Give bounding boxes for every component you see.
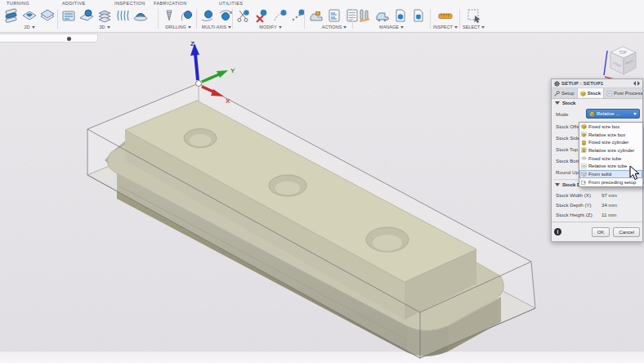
relative-size-cylinder-icon <box>581 147 587 153</box>
rotary-icon[interactable] <box>217 7 234 24</box>
stock-height-value: 11 mm <box>602 210 616 220</box>
2d-pocket-icon[interactable] <box>21 7 38 24</box>
drill-icon[interactable] <box>161 7 177 24</box>
dropdown-caret-icon <box>32 26 35 29</box>
viewcube-top-label: TOP <box>619 51 626 55</box>
post-process-tab-icon <box>606 91 612 96</box>
stock-width-row: Stock Width (X) 97 mm <box>552 190 642 200</box>
mode-row: Mode Relative ... <box>552 108 642 120</box>
tool-library-icon[interactable] <box>356 7 373 24</box>
group-drilling: DRILLING <box>161 7 195 29</box>
group-label-select[interactable]: SELECT <box>463 25 485 29</box>
trim-toolpath-icon[interactable] <box>235 7 252 24</box>
2d-adaptive-clearing-icon[interactable] <box>3 7 20 24</box>
setup-dialog-header: SETUP : SETUP1 <box>552 79 642 88</box>
menu-item-fixed-size-box[interactable]: Fixed size box <box>579 123 642 131</box>
setup-tab-icon <box>554 91 560 96</box>
dropdown-caret-icon <box>188 26 191 29</box>
face-icon[interactable] <box>39 7 56 24</box>
measure-icon[interactable] <box>437 7 454 24</box>
group-3d: 3D <box>60 7 149 29</box>
cancel-button[interactable]: Cancel <box>613 227 640 237</box>
panel-expand-icon[interactable] <box>633 81 640 86</box>
mouse-cursor <box>629 165 642 182</box>
dropdown-caret-icon <box>400 26 404 29</box>
section-collapse-icon <box>555 101 560 105</box>
x-axis-label: X <box>226 97 230 105</box>
dialog-title: SETUP : SETUP1 <box>561 81 632 86</box>
ok-button[interactable]: OK <box>592 227 610 237</box>
tab-turning[interactable]: TURNING <box>7 1 29 6</box>
3d-viewport[interactable]: Z Y X <box>0 0 644 363</box>
relative-size-tube-icon <box>581 164 587 169</box>
tab-setup[interactable]: Setup <box>552 88 578 98</box>
tab-additive[interactable]: ADDITIVE <box>62 1 86 6</box>
group-label-manage[interactable]: MANAGE <box>379 25 404 29</box>
tab-stock[interactable]: Stock <box>578 88 604 98</box>
3d-parallel-icon[interactable] <box>114 7 131 24</box>
tab-post-process[interactable]: Post Process <box>604 88 644 98</box>
dropdown-caret-icon <box>633 113 637 115</box>
swarf-icon[interactable] <box>199 7 216 24</box>
3d-pocket-icon[interactable] <box>78 7 95 24</box>
dropdown-caret-icon <box>454 26 458 29</box>
3d-contour-icon[interactable] <box>96 7 113 24</box>
group-label-3d[interactable]: 3D <box>99 25 110 29</box>
origin-point <box>196 81 202 87</box>
group-label-inspect[interactable]: INSPECT <box>433 25 458 29</box>
post-library-icon[interactable] <box>392 7 409 24</box>
group-manage: MANAGE <box>356 7 427 29</box>
3d-scallop-icon[interactable] <box>132 7 149 24</box>
selection-filter-icon[interactable] <box>466 7 482 24</box>
menu-item-relative-size-cylinder[interactable]: Relative size cylinder <box>579 146 642 155</box>
dialog-footer: i OK Cancel <box>552 222 642 241</box>
toolbar: TURNING ADDITIVE INSPECTION FABRICATION … <box>0 0 644 33</box>
stock-width-value: 97 mm <box>602 190 617 200</box>
from-preceding-setup-icon <box>581 179 587 185</box>
y-axis-label: Y <box>230 67 235 74</box>
mode-label: Mode <box>556 111 568 117</box>
bore-icon[interactable] <box>179 7 195 24</box>
tab-inspection[interactable]: INSPECTION <box>114 1 145 6</box>
group-label-actions[interactable]: ACTIONS <box>322 25 347 29</box>
z-axis-label: Z <box>190 40 195 47</box>
relative-size-box-icon <box>589 111 595 117</box>
simulate-icon[interactable] <box>308 7 324 24</box>
group-label-2d[interactable]: 2D <box>24 25 34 29</box>
3d-adaptive-clearing-icon[interactable] <box>60 7 77 24</box>
group-label-modify[interactable]: MODIFY <box>259 25 281 29</box>
tab-fabrication[interactable]: FABRICATION <box>154 1 187 6</box>
section-collapse-icon <box>555 183 560 186</box>
stock-depth-value: 34 mm <box>602 200 617 210</box>
dropdown-caret-icon <box>279 26 282 29</box>
template-library-icon[interactable] <box>410 7 427 24</box>
group-inspect: INSPECT <box>433 7 458 29</box>
info-icon[interactable]: i <box>554 228 561 235</box>
menu-item-relative-size-box[interactable]: Relative size box <box>579 131 642 139</box>
browser-toggle-icon[interactable] <box>67 37 71 41</box>
fixed-size-cylinder-icon <box>581 140 587 146</box>
dropdown-caret-icon <box>343 26 347 29</box>
edit-points-icon[interactable] <box>289 7 306 24</box>
fixed-size-box-icon <box>581 123 587 129</box>
dropdown-caret-icon <box>481 26 485 29</box>
post-process-icon[interactable] <box>326 7 342 24</box>
link-toolpath-icon[interactable] <box>271 7 288 24</box>
app-window: Z Y X <box>0 0 644 363</box>
stock-depth-row: Stock Depth (Y) 34 mm <box>552 200 642 210</box>
relative-size-box-icon <box>581 132 587 137</box>
dropdown-caret-icon <box>228 26 231 29</box>
machine-library-icon[interactable] <box>374 7 391 24</box>
menu-item-fixed-size-tube[interactable]: Fixed size tube <box>579 155 642 163</box>
dropdown-caret-icon <box>107 26 110 29</box>
group-label-drilling[interactable]: DRILLING <box>165 25 190 29</box>
group-label-multi-axis[interactable]: MULTI-AXIS <box>202 25 231 29</box>
mode-dropdown-button[interactable]: Relative ... <box>586 109 640 119</box>
fixed-size-tube-icon <box>581 155 587 161</box>
stock-section-header[interactable]: Stock <box>552 99 642 107</box>
group-multi-axis: MULTI-AXIS <box>199 7 234 29</box>
tab-utilities[interactable]: UTILITIES <box>219 1 243 6</box>
menu-item-fixed-size-cylinder[interactable]: Fixed size cylinder <box>579 138 642 146</box>
delete-toolpath-icon[interactable] <box>253 7 270 24</box>
browser-collapsed-bar[interactable] <box>0 34 98 43</box>
